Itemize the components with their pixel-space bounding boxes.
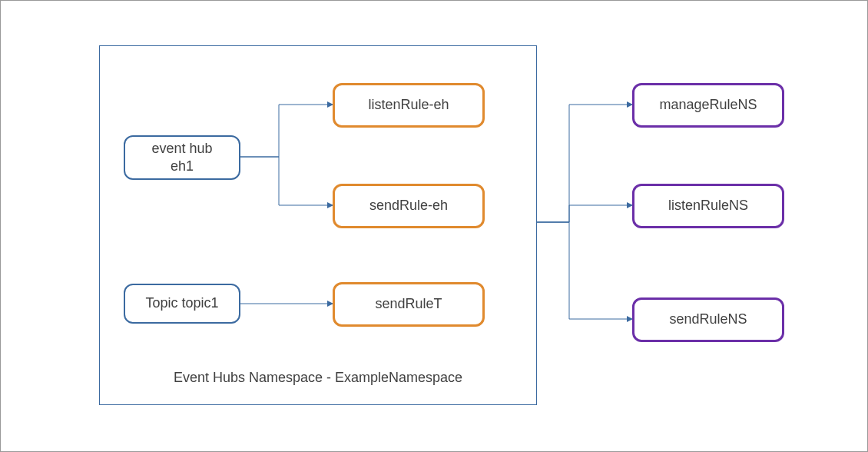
send-rule-ns-box: sendRuleNS <box>632 297 784 342</box>
listen-rule-eh-box: listenRule-eh <box>333 83 485 128</box>
connector-ns-manage <box>537 105 632 222</box>
connector-ns-listen <box>537 205 632 222</box>
send-rule-t-box: sendRuleT <box>333 282 485 327</box>
listen-rule-ns-box: listenRuleNS <box>632 184 784 228</box>
send-rule-ns-label: sendRuleNS <box>669 311 747 328</box>
listen-rule-ns-label: listenRuleNS <box>668 197 748 214</box>
namespace-caption: Event Hubs Namespace - ExampleNamespace <box>99 370 537 386</box>
topic-box: Topic topic1 <box>124 284 240 324</box>
send-rule-eh-box: sendRule-eh <box>333 184 485 228</box>
listen-rule-eh-label: listenRule-eh <box>368 96 449 114</box>
topic-label: Topic topic1 <box>145 294 218 312</box>
manage-rule-ns-box: manageRuleNS <box>632 83 784 128</box>
event-hub-line1: event hub <box>151 141 212 156</box>
manage-rule-ns-label: manageRuleNS <box>659 96 757 114</box>
diagram-canvas: event hub eh1 Topic topic1 listenRule-eh… <box>0 0 868 452</box>
send-rule-eh-label: sendRule-eh <box>369 197 448 214</box>
send-rule-t-label: sendRuleT <box>375 295 442 313</box>
event-hub-box: event hub eh1 <box>124 135 240 180</box>
event-hub-line2: eh1 <box>171 158 194 174</box>
connector-ns-send <box>537 222 632 319</box>
